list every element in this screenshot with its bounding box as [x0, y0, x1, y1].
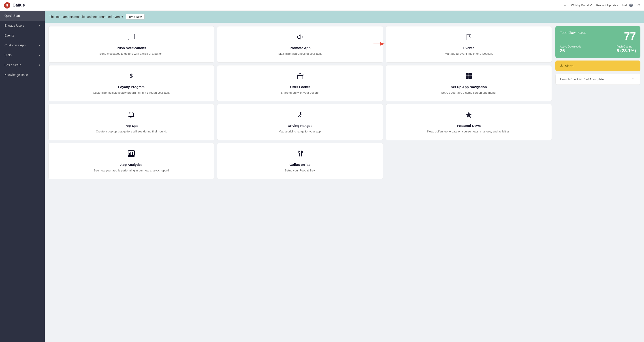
logo-area: G Gallus	[4, 2, 25, 9]
chevron-icon-stats: ▾	[39, 54, 40, 57]
feature-card-desc-loyalty-program: Customize multiple loyalty programs righ…	[93, 91, 170, 95]
feature-card-set-up-app-navigation[interactable]: Set Up App NavigationSet Up your app's h…	[386, 65, 552, 102]
total-downloads-label: Total Downloads	[560, 31, 586, 35]
checklist-text: Launch Checklist: 0 of 4 completed	[560, 78, 605, 81]
feature-card-title-pop-ups: Pop-Ups	[124, 124, 138, 127]
push-optins-label: Push Opt-ins	[616, 45, 636, 48]
feature-card-events[interactable]: EventsManage all event info in one locat…	[386, 26, 552, 63]
feature-card-wrapper-app-analytics: App AnalyticsSee how your app is perform…	[48, 143, 214, 179]
feature-card-title-offer-locker: Offer Locker	[290, 85, 310, 89]
feature-card-desc-set-up-app-navigation: Set Up your app's home screen and menu.	[441, 91, 496, 95]
feature-card-push-notifications[interactable]: Push NotificationsSend messages to golfe…	[48, 26, 214, 63]
pencil-icon[interactable]: ✏	[564, 4, 566, 7]
stats-header: Total Downloads 77	[560, 31, 636, 42]
active-downloads-value: 26	[560, 48, 581, 53]
sidebar-label-engage-users: Engage Users	[4, 24, 39, 27]
feature-card-wrapper-offer-locker: Offer LockerShare offers with your golfe…	[217, 65, 383, 102]
sidebar-item-basic-setup[interactable]: Basic Setup▾	[0, 60, 45, 70]
feature-card-desc-featured-news: Keep golfers up to date on course news, …	[427, 129, 510, 134]
nav-icon	[464, 72, 473, 82]
feature-card-title-gallus-ontap: Gallus onTap	[290, 163, 310, 166]
sidebar-item-customize-app[interactable]: Customize App▾	[0, 40, 45, 50]
feature-card-desc-gallus-ontap: Setup your Food & Bev.	[285, 168, 315, 173]
stats-card: Total Downloads 77 Active Downloads 26 P…	[556, 26, 640, 58]
content-inner: Push NotificationsSend messages to golfe…	[45, 23, 644, 342]
total-downloads-value: 77	[624, 31, 636, 42]
push-optins-value: 6 (23.1%)	[616, 48, 636, 53]
chevron-icon-customize-app: ▾	[39, 44, 40, 47]
feature-card-title-events: Events	[463, 46, 474, 50]
feature-card-wrapper-events: EventsManage all event info in one locat…	[386, 26, 552, 63]
sidebar-label-knowledge-base: Knowledge Base	[4, 73, 40, 77]
sidebar-label-events: Events	[4, 34, 40, 37]
flag-icon	[464, 33, 473, 43]
help-menu[interactable]: Help ?	[622, 4, 633, 7]
sidebar-item-knowledge-base[interactable]: Knowledge Base	[0, 70, 45, 80]
checklist-card: Launch Checklist: 0 of 4 completed Fix	[556, 74, 640, 85]
feature-card-title-promote-app: Promote App	[290, 46, 310, 50]
sidebar-label-basic-setup: Basic Setup	[4, 63, 39, 67]
feature-card-desc-offer-locker: Share offers with your golfers.	[281, 91, 319, 95]
feature-card-driving-ranges[interactable]: Driving RangesMap a driving range for yo…	[217, 104, 383, 140]
stats-sub-row: Active Downloads 26 Push Opt-ins 6 (23.1…	[560, 45, 636, 53]
banner-text: The Tournaments module has been renamed …	[49, 15, 123, 19]
feature-card-wrapper-set-up-app-navigation: Set Up App NavigationSet Up your app's h…	[386, 65, 552, 102]
feature-card-title-push-notifications: Push Notifications	[116, 46, 146, 50]
sidebar-item-engage-users[interactable]: Engage Users▾	[0, 21, 45, 31]
feature-card-featured-news[interactable]: Featured NewsKeep golfers up to date on …	[386, 104, 552, 140]
sidebar-item-quick-start[interactable]: Quick Start	[0, 11, 45, 21]
fix-link[interactable]: Fix	[632, 78, 636, 81]
feature-card-desc-app-analytics: See how your app is performing in our ne…	[94, 168, 169, 173]
active-downloads: Active Downloads 26	[560, 45, 581, 53]
sidebar-item-events[interactable]: Events	[0, 31, 45, 40]
sidebar: Quick StartEngage Users▾EventsCustomize …	[0, 11, 45, 342]
dollar-icon: $	[127, 72, 136, 82]
svg-rect-16	[132, 152, 133, 155]
feature-card-pop-ups[interactable]: Pop-UpsCreate a pop-up that golfers will…	[48, 104, 214, 140]
feature-card-desc-events: Manage all event info in one location.	[445, 52, 493, 56]
sidebar-item-stats[interactable]: Stats▾	[0, 50, 45, 60]
feature-card-promote-app[interactable]: Promote AppMaximize awareness of your ap…	[217, 26, 383, 63]
svg-rect-8	[469, 73, 472, 76]
svg-rect-9	[469, 76, 472, 79]
feature-card-wrapper-promote-app: Promote AppMaximize awareness of your ap…	[217, 26, 383, 63]
feature-card-wrapper-pop-ups: Pop-UpsCreate a pop-up that golfers will…	[48, 104, 214, 140]
gift-icon	[296, 72, 304, 82]
gear-icon[interactable]: ⚙	[637, 3, 640, 8]
feature-card-title-loyalty-program: Loyalty Program	[118, 85, 144, 89]
product-updates-menu[interactable]: Product Updates	[596, 4, 618, 7]
sidebar-label-customize-app: Customize App	[4, 44, 39, 47]
logo-text: Gallus	[12, 3, 25, 8]
feature-card-wrapper-gallus-ontap: Gallus onTapSetup your Food & Bev.	[217, 143, 383, 179]
svg-marker-12	[466, 112, 472, 118]
feature-grid: Push NotificationsSend messages to golfe…	[48, 26, 552, 179]
svg-text:$: $	[130, 73, 133, 79]
feature-card-app-analytics[interactable]: App AnalyticsSee how your app is perform…	[48, 143, 214, 179]
svg-point-11	[300, 112, 302, 113]
push-optins: Push Opt-ins 6 (23.1%)	[616, 45, 636, 53]
feature-card-desc-promote-app: Maximize awareness of your app.	[278, 52, 322, 56]
svg-rect-14	[129, 153, 130, 155]
feature-card-wrapper-push-notifications: Push NotificationsSend messages to golfe…	[48, 26, 214, 63]
chevron-icon-engage-users: ▾	[39, 24, 40, 27]
try-it-now-button[interactable]: Try It Now	[126, 14, 145, 20]
top-header: G Gallus ✏ Whisky Barrel V Product Updat…	[0, 0, 644, 11]
megaphone-icon	[296, 33, 304, 43]
feature-card-wrapper-featured-news: Featured NewsKeep golfers up to date on …	[386, 104, 552, 140]
feature-card-title-app-analytics: App Analytics	[120, 163, 142, 166]
feature-card-offer-locker[interactable]: Offer LockerShare offers with your golfe…	[217, 65, 383, 102]
feature-card-title-featured-news: Featured News	[457, 124, 481, 127]
feature-card-gallus-ontap[interactable]: Gallus onTapSetup your Food & Bev.	[217, 143, 383, 179]
svg-rect-15	[130, 152, 131, 155]
feature-grid-area: Push NotificationsSend messages to golfe…	[48, 26, 552, 338]
main-layout: Quick StartEngage Users▾EventsCustomize …	[0, 11, 644, 342]
gallus-logo-icon: G	[4, 2, 11, 9]
feature-card-wrapper-loyalty-program: $ Loyalty ProgramCustomize multiple loya…	[48, 65, 214, 102]
feature-card-title-driving-ranges: Driving Ranges	[288, 124, 312, 127]
feature-card-loyalty-program[interactable]: $ Loyalty ProgramCustomize multiple loya…	[48, 65, 214, 102]
alerts-card[interactable]: ⚠ Alerts	[556, 61, 640, 71]
sidebar-label-quick-start: Quick Start	[4, 14, 40, 18]
svg-text:G: G	[6, 4, 8, 7]
banner: The Tournaments module has been renamed …	[45, 11, 644, 23]
whisky-barrel-menu[interactable]: Whisky Barrel V	[571, 4, 592, 7]
